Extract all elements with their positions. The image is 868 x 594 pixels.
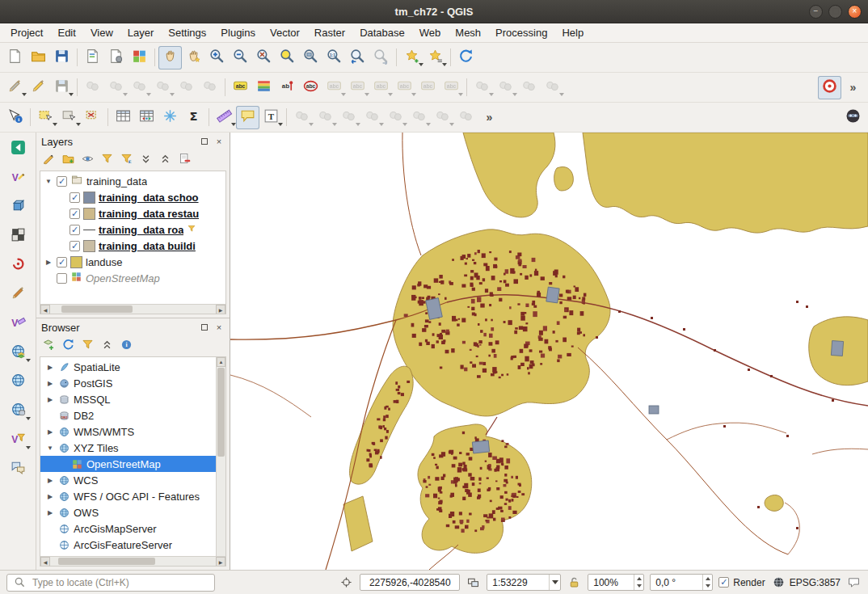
mesh-cube-button[interactable]: [6, 195, 31, 220]
db-globe-button[interactable]: [6, 398, 31, 423]
menu-project[interactable]: Project: [3, 25, 50, 40]
map-tips-button[interactable]: [236, 106, 259, 129]
save-layer-edits-button[interactable]: [50, 76, 74, 99]
layer-visibility-checkbox[interactable]: ✓: [70, 241, 80, 251]
field-calculator-button[interactable]: [135, 106, 158, 129]
expander-icon[interactable]: ▶: [45, 364, 55, 371]
layer-item-training-data-buildi[interactable]: ✓training_data buildi: [40, 238, 225, 254]
digitize-line-button[interactable]: [104, 76, 128, 99]
filter-browser-button[interactable]: [79, 338, 96, 355]
layer-visibility-checkbox[interactable]: ✓: [57, 176, 67, 187]
scroll-track[interactable]: [50, 305, 216, 314]
browser-item-arcgismapserver[interactable]: ArcGisMapServer: [40, 520, 216, 537]
browser-item-wms-wmts[interactable]: ▶WMS/WMTS: [40, 423, 216, 440]
chevron-down-icon[interactable]: [549, 575, 560, 590]
layer-visibility-checkbox[interactable]: ✓: [70, 225, 80, 235]
browser-item-xyz-tiles[interactable]: ▼XYZ Tiles: [40, 440, 216, 456]
label-gray-5-button[interactable]: abc: [416, 76, 440, 99]
new-bookmark-button[interactable]: [400, 46, 423, 70]
scroll-right-arrow[interactable]: ▶: [216, 557, 225, 567]
label-gray-1-button[interactable]: abc: [322, 76, 346, 99]
expander-icon[interactable]: ▶: [45, 428, 55, 436]
new-print-layout-button[interactable]: [81, 46, 104, 70]
scroll-track[interactable]: [50, 557, 216, 566]
titlebar[interactable]: tm_ch72 - QGIS − ×: [0, 0, 868, 23]
layers-globe-button[interactable]: [6, 340, 31, 365]
browser-item-db2[interactable]: DB2DB2: [40, 407, 216, 423]
menu-web[interactable]: Web: [412, 25, 449, 40]
georeferencer-button[interactable]: [6, 224, 31, 249]
measure-button[interactable]: [213, 106, 236, 129]
web-globe-button[interactable]: [6, 369, 31, 394]
layer-visibility-checkbox[interactable]: ✓: [70, 209, 80, 219]
geometry-gray-2-button[interactable]: [314, 106, 337, 129]
browser-item-wfs-ogc-api-features[interactable]: ▶WFS / OGC API - Features: [40, 488, 216, 504]
close-button[interactable]: ×: [848, 5, 862, 19]
browser-item-arcgisfeatureserver[interactable]: ArcGisFeatureServer: [40, 537, 216, 553]
zoom-out-button[interactable]: [229, 46, 252, 70]
browser-vscrollbar[interactable]: ▲: [216, 357, 225, 556]
spin-up-icon[interactable]: [634, 575, 643, 583]
locate-field[interactable]: [6, 574, 215, 592]
layer-item-training-data-roa[interactable]: ✓training_data roa: [40, 221, 225, 238]
show-bookmarks-button[interactable]: [423, 46, 447, 70]
zoom-to-selection-button[interactable]: [276, 46, 299, 70]
menu-plugins[interactable]: Plugins: [213, 25, 263, 40]
zoom-last-button[interactable]: [346, 46, 369, 70]
pan-to-selection-button[interactable]: [182, 46, 205, 70]
help-bubbles-button[interactable]: [6, 457, 31, 482]
browser-hscrollbar[interactable]: ◀ ▶: [40, 556, 225, 566]
pan-map-button[interactable]: [158, 46, 182, 70]
add-group-button[interactable]: [60, 152, 77, 169]
geometry-gray-7-button[interactable]: [431, 106, 454, 129]
scroll-up-arrow[interactable]: ▲: [217, 357, 225, 367]
text-annotation-button[interactable]: T: [259, 106, 283, 129]
layers-hscrollbar[interactable]: ◀ ▶: [40, 304, 225, 314]
browser-item-geonode[interactable]: GeoNode: [40, 553, 216, 556]
layer-item-training-data[interactable]: ▼✓training_data: [40, 173, 225, 189]
expander-icon[interactable]: ▼: [45, 444, 55, 452]
menu-help[interactable]: Help: [554, 25, 591, 40]
browser-item-wcs[interactable]: ▶WCS: [40, 472, 216, 488]
spin-buttons[interactable]: [702, 575, 712, 590]
geometry-gray-5-button[interactable]: [384, 106, 407, 129]
label-gray-4-button[interactable]: abc: [393, 76, 416, 99]
deselect-features-button[interactable]: [81, 106, 104, 129]
label-gray-3-button[interactable]: abc: [369, 76, 393, 99]
coordinate-display[interactable]: 2275926,-4028540: [360, 574, 460, 591]
layers-panel-header[interactable]: Layers ×: [36, 133, 230, 150]
browser-item-openstreetmap[interactable]: OpenStreetMap: [40, 456, 216, 472]
geometry-gray-1-button[interactable]: [290, 106, 314, 129]
browser-float-button[interactable]: [199, 322, 210, 333]
browser-properties-button[interactable]: i: [118, 338, 135, 355]
expander-icon[interactable]: ▶: [44, 259, 53, 266]
remove-layer-button[interactable]: [176, 152, 193, 169]
geometry-gray-3-button[interactable]: [337, 106, 360, 129]
layer-item-landuse[interactable]: ▶✓landuse: [40, 254, 225, 270]
refresh-button[interactable]: [454, 46, 478, 70]
scroll-right-arrow[interactable]: ▶: [216, 305, 225, 314]
render-checkbox[interactable]: ✓: [718, 577, 729, 588]
sketch-pencil-button[interactable]: [6, 282, 31, 307]
scale-combobox[interactable]: 1:53229: [487, 574, 561, 591]
current-edits-button[interactable]: [3, 76, 27, 99]
expand-all-button[interactable]: [137, 152, 154, 169]
new-project-button[interactable]: [3, 46, 27, 70]
scroll-left-arrow[interactable]: ◀: [40, 557, 50, 567]
label-gray-6-button[interactable]: abc: [440, 76, 463, 99]
select-by-form-button[interactable]: [57, 106, 81, 129]
label-gray-2-button[interactable]: abc: [346, 76, 369, 99]
manage-map-themes-button[interactable]: [79, 152, 96, 169]
back-view-button[interactable]: [6, 137, 31, 162]
digitize-polygon-button[interactable]: [128, 76, 151, 99]
collapse-all-button[interactable]: [99, 338, 116, 355]
scroll-thumb[interactable]: [61, 305, 133, 313]
menu-edit[interactable]: Edit: [50, 25, 82, 40]
scroll-thumb[interactable]: [217, 368, 225, 457]
expander-icon[interactable]: ▶: [45, 493, 55, 500]
layer-item-training-data-schoo[interactable]: ✓training_data schoo: [40, 189, 225, 205]
label-ab-pin-button[interactable]: ab: [276, 76, 299, 99]
open-attribute-table-button[interactable]: [112, 106, 135, 129]
expander-icon[interactable]: ▶: [45, 509, 55, 516]
label-abc-ring-button[interactable]: abc: [299, 76, 322, 99]
